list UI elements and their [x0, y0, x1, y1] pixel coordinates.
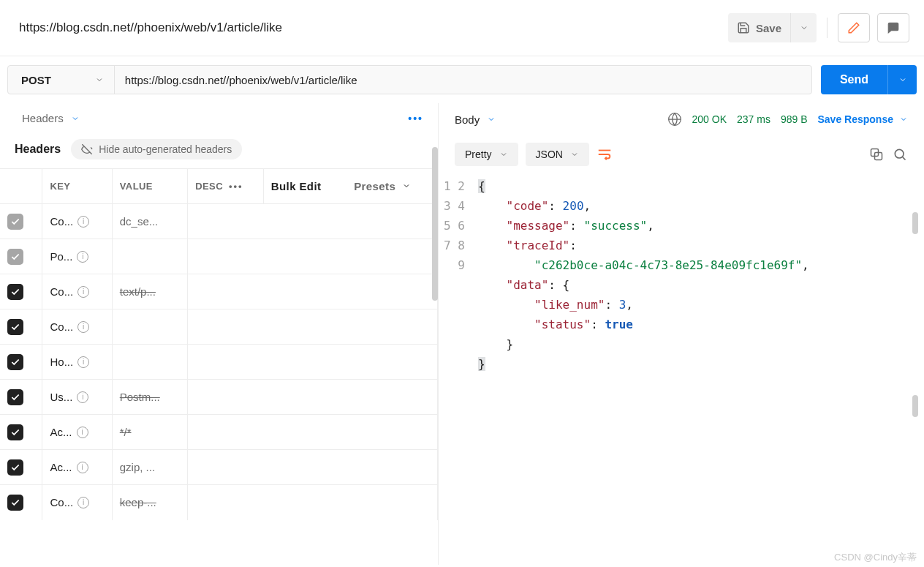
header-key[interactable]: Ac...	[50, 426, 72, 438]
save-icon	[737, 21, 750, 34]
tab-headers-label: Headers	[22, 112, 64, 124]
scrollbar[interactable]	[912, 212, 918, 234]
checkbox[interactable]	[7, 459, 23, 476]
pencil-icon	[847, 21, 860, 34]
copy-button[interactable]	[868, 146, 885, 162]
table-row[interactable]: Ac...i*/*	[0, 415, 438, 450]
checkbox[interactable]	[7, 354, 23, 370]
header-value[interactable]: gzip, ...	[120, 461, 155, 473]
watermark: CSDN @Cindy辛蒂	[834, 551, 917, 564]
separator	[827, 18, 828, 38]
info-icon[interactable]: i	[77, 356, 89, 368]
chevron-down-icon	[499, 150, 508, 159]
info-icon[interactable]: i	[77, 321, 89, 333]
chevron-down-icon	[899, 115, 908, 124]
info-icon[interactable]: i	[77, 391, 88, 403]
tab-body[interactable]: Body	[455, 113, 496, 126]
more-options[interactable]: •••	[408, 113, 423, 124]
checkbox[interactable]	[7, 424, 23, 440]
comment-icon	[887, 21, 900, 34]
scrollbar[interactable]	[432, 147, 438, 301]
wrap-lines-toggle[interactable]	[597, 146, 613, 162]
checkbox[interactable]	[7, 495, 23, 511]
lang-select[interactable]: JSON	[526, 143, 589, 166]
svg-line-8	[903, 157, 906, 160]
chevron-down-icon	[570, 150, 579, 159]
table-row[interactable]: Co...ikeep-...	[0, 485, 438, 520]
info-icon[interactable]: i	[77, 462, 88, 473]
header-key[interactable]: Co...	[50, 215, 73, 228]
eye-off-icon	[81, 143, 93, 155]
header-key[interactable]: Co...	[50, 285, 73, 298]
tab-headers[interactable]: Headers	[22, 112, 80, 124]
globe-icon[interactable]	[667, 112, 682, 127]
header-key[interactable]: Co...	[50, 320, 73, 333]
headers-table: KEY VALUE DESC ••• Bulk Edit Presets Co.…	[0, 168, 438, 520]
method-label: POST	[21, 74, 51, 86]
chevron-down-icon	[71, 114, 80, 123]
info-icon[interactable]: i	[77, 286, 89, 298]
table-row[interactable]: Co...i	[0, 309, 438, 345]
table-row[interactable]: Us...iPostm...	[0, 380, 438, 415]
headers-subheader: Headers	[15, 143, 61, 156]
checkbox[interactable]	[7, 389, 23, 405]
tab-body-label: Body	[455, 113, 480, 126]
view-mode-select[interactable]: Pretty	[455, 143, 518, 166]
response-size: 989 B	[781, 113, 808, 125]
status-code: 200 OK	[692, 113, 727, 125]
header-value[interactable]: */*	[120, 426, 132, 438]
save-button[interactable]: Save	[728, 13, 790, 42]
col-key: KEY	[42, 169, 112, 204]
table-row[interactable]: Co...itext/p...	[0, 274, 438, 309]
send-options-button[interactable]	[887, 65, 917, 94]
edit-button[interactable]	[838, 13, 870, 42]
chevron-down-icon	[487, 115, 496, 124]
hide-autogen-toggle[interactable]: Hide auto-generated headers	[71, 139, 242, 159]
header-key[interactable]: Us...	[50, 391, 72, 403]
presets-button[interactable]: Presets	[346, 169, 437, 204]
method-select[interactable]: POST	[8, 66, 115, 94]
info-icon[interactable]: i	[77, 427, 88, 438]
svg-point-7	[895, 149, 904, 158]
checkbox[interactable]	[7, 214, 23, 230]
comment-button[interactable]	[877, 13, 909, 42]
chevron-down-icon	[402, 181, 411, 190]
header-key[interactable]: Co...	[50, 496, 73, 508]
col-desc: DESC	[195, 181, 223, 192]
save-options-button[interactable]	[790, 13, 817, 42]
header-key[interactable]: Ho...	[50, 356, 73, 368]
header-value[interactable]: keep-...	[120, 496, 156, 508]
bulk-edit-button[interactable]: Bulk Edit	[263, 169, 346, 204]
checkbox[interactable]	[7, 319, 23, 335]
table-row[interactable]: Po...i	[0, 239, 438, 274]
tab-title: https://blog.csdn.net//phoenix/web/v1/ar…	[19, 20, 728, 35]
chevron-down-icon	[800, 23, 808, 32]
header-key[interactable]: Ac...	[50, 461, 72, 473]
request-line: POST	[7, 65, 812, 94]
search-button[interactable]	[892, 146, 908, 162]
header-value[interactable]: text/p...	[120, 285, 156, 298]
info-icon[interactable]: i	[77, 497, 89, 508]
col-options[interactable]: •••	[229, 181, 243, 192]
chevron-down-icon	[95, 75, 104, 84]
response-time: 237 ms	[737, 113, 770, 125]
send-button[interactable]: Send	[821, 65, 887, 94]
save-response-button[interactable]: Save Response	[818, 113, 909, 125]
table-row[interactable]: Co...idc_se...	[0, 204, 438, 239]
save-button-label: Save	[756, 22, 781, 34]
chevron-down-icon	[898, 75, 907, 84]
header-key[interactable]: Po...	[50, 250, 72, 263]
url-input[interactable]	[115, 66, 811, 94]
response-body[interactable]: 1 2 3 4 5 6 7 8 9 { "code": 200, "messag…	[439, 173, 924, 374]
table-row[interactable]: Ho...i	[0, 345, 438, 380]
scrollbar[interactable]	[912, 395, 918, 417]
checkbox[interactable]	[7, 249, 23, 265]
table-row[interactable]: Ac...igzip, ...	[0, 450, 438, 485]
header-value[interactable]: Postm...	[120, 391, 160, 403]
col-value: VALUE	[112, 169, 188, 204]
header-value[interactable]: dc_se...	[120, 215, 159, 228]
info-icon[interactable]: i	[77, 251, 88, 263]
checkbox[interactable]	[7, 284, 23, 300]
info-icon[interactable]: i	[77, 216, 89, 228]
